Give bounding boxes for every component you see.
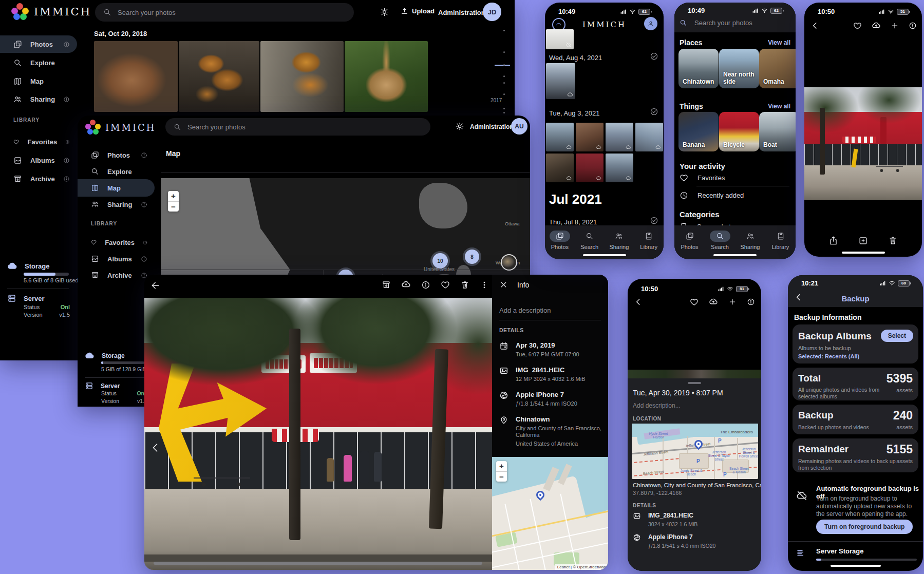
app-logo[interactable]: IMMICH — [11, 3, 91, 21]
info-icon[interactable] — [63, 176, 70, 182]
place-card-chinatown[interactable]: Chinatown — [678, 49, 719, 88]
zoom-in-button[interactable]: + — [168, 191, 179, 201]
photo-thumbnail[interactable] — [606, 154, 633, 182]
trash-icon[interactable] — [460, 280, 469, 290]
back-button[interactable] — [634, 297, 643, 307]
user-avatar[interactable]: JD — [483, 3, 501, 21]
sidebar-item-favorites[interactable]: Favorites — [78, 234, 155, 251]
sidebar-item-favorites[interactable]: Favorites — [0, 133, 77, 150]
info-icon[interactable] — [421, 280, 430, 290]
activity-recently-added[interactable]: Recently added — [680, 191, 744, 200]
administration-link[interactable]: Administration — [438, 9, 485, 16]
photo-thumbnail[interactable] — [260, 41, 344, 112]
sidebar-item-explore[interactable]: Explore — [0, 54, 77, 71]
home-indicator[interactable] — [583, 254, 626, 256]
sidebar-item-albums[interactable]: Albums — [78, 250, 155, 267]
info-icon[interactable] — [141, 256, 147, 262]
sidebar-item-archive[interactable]: Archive — [78, 266, 155, 284]
photo-thumbnail[interactable] — [546, 63, 575, 99]
administration-link[interactable]: Administration — [470, 123, 514, 130]
nav-library[interactable]: Library — [766, 231, 796, 259]
sidebar-item-explore[interactable]: Explore — [78, 163, 155, 180]
theme-toggle-button[interactable] — [380, 8, 389, 16]
description-input[interactable]: Add description... — [633, 402, 681, 409]
select-date-checkbox[interactable] — [650, 52, 658, 61]
photo-scrubber[interactable] — [154, 562, 482, 565]
add-box-icon[interactable] — [858, 236, 868, 245]
location-map[interactable]: Hyde Street Harbor The Embarcadero Jeffe… — [632, 424, 758, 479]
nav-library[interactable]: Library — [634, 231, 664, 259]
info-icon[interactable] — [63, 157, 70, 164]
detail-row-location[interactable]: Chinatown City and County of San Francis… — [499, 415, 601, 447]
photo-thumbnail[interactable] — [576, 123, 604, 151]
theme-toggle-button[interactable] — [456, 122, 464, 130]
info-icon[interactable] — [909, 22, 917, 30]
back-button[interactable] — [794, 293, 803, 302]
user-avatar[interactable]: AU — [511, 118, 527, 135]
map-zoom-control[interactable]: + − — [496, 461, 507, 482]
archive-icon[interactable] — [382, 280, 391, 290]
map-photo-marker[interactable] — [501, 254, 517, 271]
more-icon[interactable] — [480, 280, 489, 290]
photo-thumbnail[interactable] — [94, 41, 178, 112]
photo-thumbnail[interactable] — [576, 154, 604, 182]
timeline-scrubber[interactable]: 2017 — [491, 27, 512, 114]
things-view-all-link[interactable]: View all — [768, 103, 790, 110]
profile-avatar[interactable] — [644, 17, 657, 30]
sidebar-item-photos[interactable]: Photos — [0, 35, 77, 53]
select-albums-button[interactable]: Select — [881, 330, 913, 342]
photo-thumbnail[interactable] — [345, 41, 428, 112]
select-date-checkbox[interactable] — [650, 107, 658, 116]
favorite-icon[interactable] — [441, 280, 450, 290]
nav-photos[interactable]: Photos — [545, 231, 575, 259]
trash-icon[interactable] — [888, 236, 898, 245]
zoom-out-button[interactable]: − — [168, 201, 179, 212]
previous-photo-button[interactable] — [149, 442, 162, 454]
thing-card-bicycle[interactable]: Bicycle — [719, 112, 759, 151]
search-input[interactable]: Search your photos — [165, 118, 430, 136]
thing-card-boat[interactable]: Boat — [759, 112, 796, 151]
share-icon[interactable] — [828, 236, 838, 245]
search-input[interactable]: Search your photos — [680, 19, 752, 27]
places-view-all-link[interactable]: View all — [768, 39, 790, 46]
info-icon[interactable] — [747, 298, 755, 306]
cloud-upload-icon[interactable] — [872, 21, 881, 30]
plus-icon[interactable] — [728, 298, 737, 306]
photo-thumbnail[interactable] — [606, 123, 633, 151]
map-cluster-marker[interactable]: 10 — [432, 253, 448, 269]
sidebar-item-map[interactable]: Map — [0, 72, 77, 90]
close-icon[interactable] — [499, 280, 508, 289]
cloud-upload-icon[interactable] — [401, 280, 411, 290]
map-zoom-control[interactable]: + − — [168, 191, 179, 212]
turn-on-foreground-backup-button[interactable]: Turn on foreground backup — [816, 520, 913, 534]
app-logo[interactable]: IMMICH — [85, 120, 156, 135]
home-indicator[interactable] — [842, 252, 885, 254]
photo-thumbnail[interactable] — [546, 154, 574, 182]
thing-card-banana[interactable]: Banana — [678, 112, 719, 151]
plus-icon[interactable] — [891, 22, 899, 30]
timeline-cursor[interactable] — [495, 65, 510, 66]
search-input[interactable]: Search your photos — [95, 3, 354, 22]
upload-button[interactable]: Upload — [401, 7, 435, 15]
place-card-near-north-side[interactable]: Near north side — [719, 49, 759, 88]
detail-back-button[interactable] — [150, 280, 161, 291]
select-date-checkbox[interactable] — [650, 216, 658, 225]
location-map[interactable]: + − Leaflet | © OpenStreetMap — [492, 457, 608, 570]
favorite-icon[interactable] — [690, 298, 699, 307]
info-icon[interactable] — [143, 239, 147, 246]
map-cluster-marker[interactable]: 8 — [465, 250, 479, 264]
cloud-upload-icon[interactable] — [709, 297, 718, 307]
sidebar-item-sharing[interactable]: Sharing — [78, 196, 155, 213]
zoom-in-button[interactable]: + — [496, 461, 507, 471]
description-input[interactable]: Add a description — [499, 307, 551, 314]
info-icon[interactable] — [141, 152, 147, 159]
photo-thumbnail[interactable] — [635, 123, 663, 151]
photo-viewer[interactable] — [804, 87, 922, 200]
photo-thumbnail[interactable] — [179, 41, 259, 112]
info-bottom-sheet[interactable]: Tue, Apr 30, 2019 • 8:07 PM Add descript… — [628, 378, 761, 571]
info-icon[interactable] — [63, 41, 70, 48]
info-icon[interactable] — [63, 96, 70, 103]
nav-photos[interactable]: Photos — [675, 231, 705, 259]
photo-thumbnail[interactable] — [546, 123, 574, 151]
place-card-omaha[interactable]: Omaha — [759, 49, 796, 88]
